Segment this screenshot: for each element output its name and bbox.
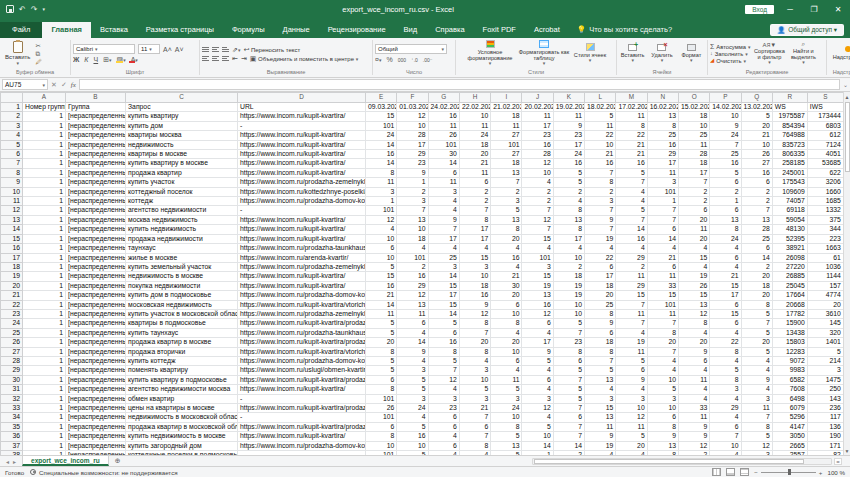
cell[interactable]: 7 bbox=[585, 206, 616, 215]
cell[interactable]: 3 bbox=[585, 197, 616, 206]
cell[interactable]: 5 bbox=[366, 328, 397, 337]
zoom-out-icon[interactable]: − bbox=[754, 469, 758, 476]
cell[interactable]: 12 bbox=[397, 112, 428, 121]
cell[interactable]: продажа квартир в москве bbox=[126, 338, 238, 347]
cell[interactable]: 13.02.2026 bbox=[741, 103, 772, 112]
cell[interactable]: 2665 bbox=[772, 441, 807, 450]
cell[interactable]: 1 bbox=[23, 272, 66, 281]
next-sheet-icon[interactable]: ▸ bbox=[13, 458, 16, 465]
cell[interactable]: 7 bbox=[553, 432, 584, 441]
row-number[interactable]: 10 bbox=[1, 187, 23, 196]
cell[interactable]: 12 bbox=[397, 291, 428, 300]
cell[interactable]: 4 bbox=[428, 206, 459, 215]
row-number[interactable]: 32 bbox=[1, 394, 23, 403]
cell[interactable]: 4774 bbox=[807, 291, 843, 300]
cell[interactable]: 2 bbox=[585, 187, 616, 196]
cell[interactable]: - bbox=[238, 121, 366, 130]
cell[interactable]: 190 bbox=[807, 432, 843, 441]
cell[interactable]: 4 bbox=[428, 385, 459, 394]
cell[interactable]: 5 bbox=[397, 385, 428, 394]
cell[interactable]: 835723 bbox=[772, 140, 807, 149]
cell[interactable]: 1 bbox=[23, 347, 66, 356]
cell[interactable]: 6 bbox=[647, 413, 678, 422]
cell[interactable]: 9 bbox=[585, 432, 616, 441]
cell[interactable]: 20 bbox=[585, 291, 616, 300]
font-name-select[interactable]: Calibri▾ bbox=[73, 44, 135, 54]
cell[interactable]: недвижимость bbox=[126, 140, 238, 149]
cell[interactable]: [нераспределенные] bbox=[66, 178, 126, 187]
cell[interactable]: 7124 bbox=[807, 140, 843, 149]
cell[interactable]: 25 bbox=[647, 131, 678, 140]
cell[interactable]: 16 bbox=[366, 150, 397, 159]
cell[interactable]: 12 bbox=[741, 441, 772, 450]
row-number[interactable]: 13 bbox=[1, 215, 23, 224]
cell[interactable]: 8 bbox=[428, 347, 459, 356]
vertical-scroll-thumb[interactable] bbox=[845, 102, 850, 172]
cell[interactable]: - bbox=[238, 394, 366, 403]
cell[interactable]: 48130 bbox=[772, 225, 807, 234]
align-center-icon[interactable] bbox=[212, 56, 219, 61]
cell[interactable]: 25 bbox=[428, 253, 459, 262]
cell[interactable]: 4 bbox=[678, 328, 709, 337]
cell[interactable]: 15 bbox=[710, 309, 741, 318]
cell[interactable]: продажа квартир bbox=[126, 168, 238, 177]
cell[interactable]: [нераспределенные] bbox=[66, 140, 126, 149]
cell[interactable]: 1 bbox=[23, 206, 66, 215]
cell[interactable]: 23 bbox=[553, 338, 584, 347]
cell[interactable]: 15900 bbox=[772, 319, 807, 328]
cell[interactable]: 10 bbox=[710, 441, 741, 450]
cell[interactable]: [нераспределенные] bbox=[66, 197, 126, 206]
cell[interactable]: 13 bbox=[553, 215, 584, 224]
cell[interactable]: 14 bbox=[366, 140, 397, 149]
cell[interactable]: 1 bbox=[23, 131, 66, 140]
cell[interactable]: 1144 bbox=[807, 272, 843, 281]
cell[interactable]: 17 bbox=[522, 121, 553, 130]
cell[interactable]: 30 bbox=[428, 150, 459, 159]
cell[interactable]: 7 bbox=[710, 140, 741, 149]
cell[interactable]: 33 bbox=[647, 281, 678, 290]
cell[interactable]: IWS bbox=[807, 103, 843, 112]
cell[interactable]: 16 bbox=[616, 234, 647, 243]
cell[interactable]: 9 bbox=[553, 121, 584, 130]
format-painter-icon[interactable]: 🖉 bbox=[35, 58, 42, 65]
cell[interactable]: 5296 bbox=[772, 413, 807, 422]
cell[interactable]: 1 bbox=[23, 441, 66, 450]
cell[interactable]: 16 bbox=[710, 159, 741, 168]
cell[interactable]: 17 bbox=[710, 291, 741, 300]
cell[interactable]: 11 bbox=[366, 178, 397, 187]
cell[interactable]: 1 bbox=[23, 253, 66, 262]
cell[interactable]: 22 bbox=[616, 131, 647, 140]
cell[interactable]: 13 bbox=[710, 215, 741, 224]
cell[interactable]: агентство недвижимости москва bbox=[126, 385, 238, 394]
cell[interactable]: 1 bbox=[23, 187, 66, 196]
cell[interactable]: 14 bbox=[428, 272, 459, 281]
cell[interactable]: https://www.incom.ru/kupit-kvartira/ bbox=[238, 159, 366, 168]
cell[interactable]: 1 bbox=[23, 159, 66, 168]
cell[interactable]: 4051 bbox=[807, 150, 843, 159]
cell[interactable]: 74057 bbox=[772, 197, 807, 206]
row-number[interactable]: 19 bbox=[1, 272, 23, 281]
cell[interactable]: [нераспределенные] bbox=[66, 281, 126, 290]
cell[interactable]: 6 bbox=[710, 253, 741, 262]
cell[interactable]: 17.02.2026 bbox=[616, 103, 647, 112]
row-number[interactable]: 20 bbox=[1, 281, 23, 290]
tab-Foxit PDF[interactable]: Foxit PDF bbox=[474, 22, 525, 38]
cell[interactable]: 11 bbox=[647, 309, 678, 318]
cell[interactable]: 6 bbox=[647, 225, 678, 234]
cell[interactable]: [нераспределенные] bbox=[66, 272, 126, 281]
cell[interactable]: 9 bbox=[397, 347, 428, 356]
cell[interactable]: 28 bbox=[678, 150, 709, 159]
cell[interactable]: [нераспределенные] bbox=[66, 159, 126, 168]
cell[interactable]: 320 bbox=[807, 328, 843, 337]
cell[interactable]: [нераспределенные] bbox=[66, 215, 126, 224]
cell[interactable]: 13 bbox=[585, 413, 616, 422]
cell[interactable]: 11 bbox=[459, 121, 490, 130]
cell[interactable]: 13 bbox=[522, 291, 553, 300]
borders-icon[interactable]: ⊞▾ bbox=[103, 56, 111, 63]
cell[interactable]: 13 bbox=[491, 168, 522, 177]
cell[interactable]: 101 bbox=[397, 253, 428, 262]
row-number[interactable]: 18 bbox=[1, 262, 23, 271]
cell[interactable]: 14.02.2026 bbox=[710, 103, 741, 112]
cell[interactable]: 1 bbox=[23, 197, 66, 206]
cell[interactable]: 5 bbox=[741, 432, 772, 441]
